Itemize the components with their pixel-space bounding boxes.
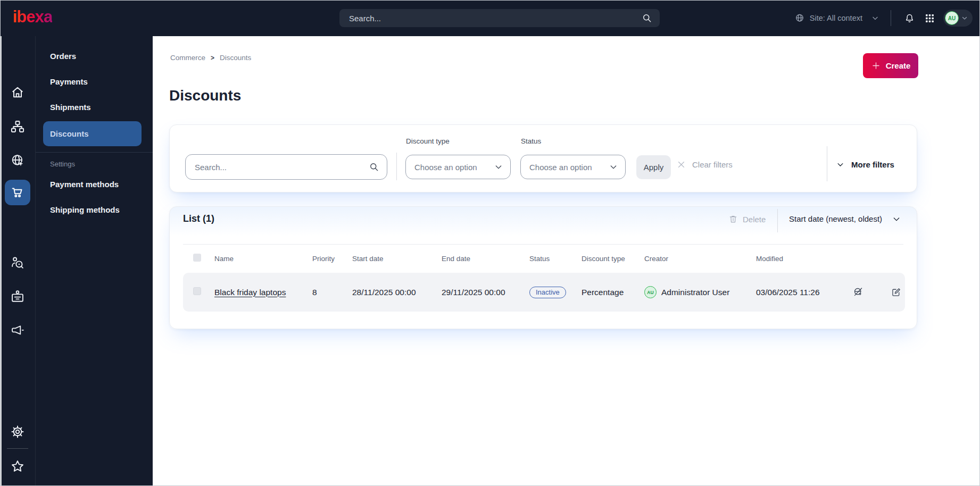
clear-filters-button[interactable]: Clear filters [677, 160, 733, 169]
sidebar-item-shipments[interactable]: Shipments [50, 103, 147, 112]
status-badge: Inactive [529, 287, 566, 298]
discount-type-select[interactable]: Choose an option [405, 155, 511, 179]
global-search-input[interactable] [339, 9, 660, 27]
plus-icon [871, 61, 881, 71]
discount-type-value: Choose an option [414, 163, 477, 172]
table-row: Black friday laptops 8 28/11/2025 00:00 … [183, 273, 905, 312]
globe-cursor-icon [10, 153, 25, 168]
trash-icon [728, 214, 738, 224]
top-bar: ibexa Site: All context [0, 0, 980, 36]
sort-label: Start date (newest, oldest) [789, 214, 882, 223]
notifications-button[interactable] [903, 12, 916, 24]
sidebar-item-site[interactable] [0, 153, 35, 168]
creator-name: Administrator User [661, 288, 729, 297]
sidebar-item-admin[interactable] [0, 424, 35, 439]
sidebar-item-shipping-methods[interactable]: Shipping methods [50, 205, 147, 214]
site-context-selector[interactable]: Site: All context [794, 13, 879, 23]
avatar: AU [945, 11, 959, 25]
filter-search-input[interactable] [185, 154, 387, 180]
row-checkbox[interactable] [193, 287, 201, 295]
creator-cell: AU Administrator User [644, 286, 756, 298]
filters-panel: Discount type Choose an option Status Ch… [169, 124, 917, 192]
apply-button[interactable]: Apply [636, 155, 671, 179]
sidebar-item-payments[interactable]: Payments [50, 77, 147, 86]
more-filters-label: More filters [851, 160, 894, 169]
commerce-menu: Orders Payments Shipments Discounts Sett… [35, 36, 153, 486]
sidebar-divider [36, 152, 153, 153]
end-date-cell: 29/11/2025 00:00 [442, 288, 529, 297]
breadcrumb-commerce[interactable]: Commerce [170, 54, 205, 62]
sidebar-item-commerce[interactable] [5, 180, 30, 205]
sidebar-item-dashboard[interactable] [0, 85, 35, 100]
priority-cell: 8 [312, 288, 352, 297]
sidebar-item-bookmarks[interactable] [0, 459, 35, 474]
discount-type-cell: Percentage [582, 288, 644, 297]
sidebar-item-corporate[interactable] [0, 289, 35, 304]
create-button-label: Create [886, 61, 911, 70]
sidebar-section-settings: Settings [50, 160, 75, 168]
discounts-list-panel: List (1) Delete Start date (newest, olde… [169, 206, 917, 329]
breadcrumb-separator: > [211, 54, 214, 62]
filter-divider [396, 153, 397, 180]
globe-icon [794, 13, 805, 23]
rail-divider [7, 448, 28, 449]
sidebar-item-orders[interactable]: Orders [50, 52, 147, 61]
column-priority: Priority [312, 255, 352, 263]
table-header-rule [183, 244, 903, 245]
chevron-down-icon [892, 215, 901, 223]
close-icon [677, 160, 686, 169]
sidebar-item-customers[interactable] [0, 255, 35, 270]
no-preview-icon[interactable] [853, 287, 864, 298]
status-select[interactable]: Choose an option [520, 155, 626, 179]
column-creator: Creator [644, 255, 756, 263]
select-all-checkbox[interactable] [193, 254, 201, 262]
content-tree-icon [10, 119, 25, 134]
sidebar-item-payment-methods[interactable]: Payment methods [50, 180, 147, 189]
column-status: Status [529, 255, 582, 263]
search-icon[interactable] [642, 13, 652, 23]
breadcrumb: Commerce > Discounts [170, 54, 251, 62]
sidebar-item-marketing[interactable] [0, 323, 35, 338]
sort-selector[interactable]: Start date (newest, oldest) [789, 214, 901, 223]
chevron-down-icon [609, 163, 618, 171]
home-icon [10, 85, 25, 100]
id-badge-icon [10, 289, 25, 304]
edit-icon[interactable] [891, 287, 902, 298]
main-content: Commerce > Discounts Create Discounts Di… [153, 36, 980, 486]
grid-icon [924, 13, 935, 24]
filter-search [185, 154, 387, 180]
start-date-cell: 28/11/2025 00:00 [352, 288, 442, 297]
create-button[interactable]: Create [863, 53, 918, 78]
column-end-date: End date [442, 255, 529, 263]
icon-rail [0, 36, 35, 486]
status-label: Status [521, 137, 541, 145]
breadcrumb-discounts[interactable]: Discounts [220, 54, 251, 62]
delete-button[interactable]: Delete [728, 214, 766, 224]
more-filters-button[interactable]: More filters [836, 160, 894, 169]
column-modified: Modified [756, 255, 853, 263]
page-title: Discounts [169, 87, 241, 104]
ibexa-logo[interactable]: ibexa [13, 7, 52, 27]
search-icon [369, 162, 379, 172]
table-header: Name Priority Start date End date Status… [183, 248, 905, 269]
discount-type-label: Discount type [406, 137, 450, 145]
app-switcher-button[interactable] [923, 12, 936, 24]
column-start-date: Start date [352, 255, 442, 263]
star-icon [10, 459, 25, 474]
discount-name-link[interactable]: Black friday laptops [214, 288, 286, 297]
sidebar-item-discounts[interactable]: Discounts [43, 121, 142, 146]
creator-avatar: AU [644, 286, 657, 298]
megaphone-icon [10, 323, 25, 338]
gear-icon [10, 424, 25, 439]
list-header-divider [777, 209, 778, 232]
chevron-down-icon [961, 15, 968, 21]
clear-filters-label: Clear filters [692, 160, 733, 169]
chevron-down-icon [871, 14, 879, 22]
app-window: ibexa Site: All context [0, 0, 980, 486]
sidebar-item-content[interactable] [0, 119, 35, 134]
site-context-label: Site: All context [810, 14, 862, 22]
list-title: List (1) [183, 213, 214, 224]
top-bar-divider [891, 10, 891, 26]
delete-label: Delete [743, 215, 766, 224]
user-menu[interactable]: AU [943, 10, 973, 27]
